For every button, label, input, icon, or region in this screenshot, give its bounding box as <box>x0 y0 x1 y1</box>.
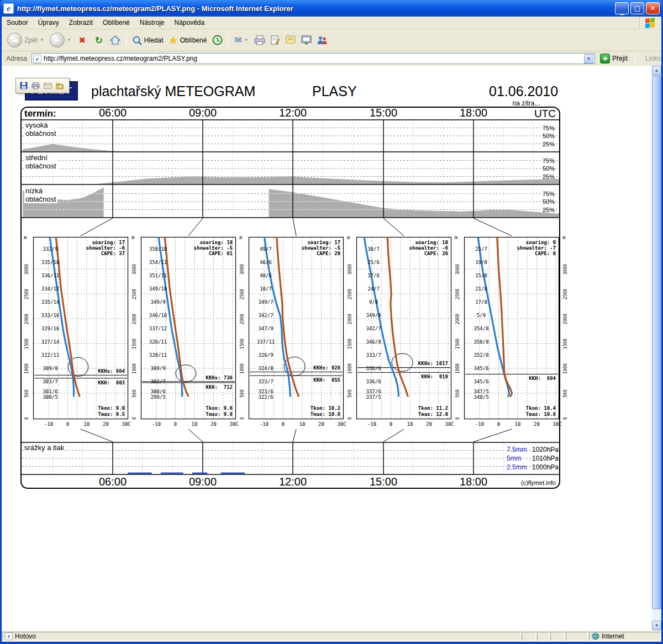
window-inner: SouborÚpravyZobrazitOblíbenéNástrojeNápo… <box>2 17 661 642</box>
wind-value: 337/5 <box>361 394 386 400</box>
wind-value: 326/11 <box>145 339 171 345</box>
soaring-value: soaring: 9 <box>526 240 556 245</box>
go-button[interactable]: Přejít <box>597 53 630 64</box>
time-label-top: 09:00 <box>178 107 228 119</box>
wind-value: 334/12 <box>38 286 63 292</box>
favorites-button[interactable]: ★ Oblíbené <box>167 33 209 47</box>
cape-value: CAPE: 29 <box>317 251 340 256</box>
vertical-scrollbar[interactable]: ▲ ▼ <box>652 66 661 630</box>
y-tick-label: 2500 <box>563 287 568 302</box>
menu-item-5[interactable]: Nástroje <box>135 17 170 28</box>
cape-value: CAPE: 26 <box>424 251 448 256</box>
maximize-button[interactable]: □ <box>630 2 644 14</box>
y-axis-column: m300025002000150010005000 <box>22 237 31 428</box>
menu-item-1[interactable]: Soubor <box>2 17 33 28</box>
x-tick-label: 0 <box>169 421 182 427</box>
menu-item-6[interactable]: Nápověda <box>169 17 209 28</box>
wind-value: 349/9 <box>145 299 171 305</box>
mail-icon: ✉ <box>234 35 241 45</box>
print-image-icon[interactable] <box>31 82 40 89</box>
menu-item-2[interactable]: Úpravy <box>33 17 64 28</box>
kkh-value: KKH: 884 <box>529 376 556 381</box>
address-separator <box>635 53 635 64</box>
connector-line <box>81 429 113 442</box>
connector-line <box>293 429 296 442</box>
open-folder-icon[interactable] <box>56 82 64 89</box>
y-tick-label: 1500 <box>24 337 29 351</box>
history-button[interactable] <box>210 34 225 46</box>
title-bar[interactable]: e http://flymet.meteopress.cz/meteogram2… <box>0 0 663 17</box>
y-tick-label: 2000 <box>132 312 137 326</box>
print-button[interactable] <box>252 34 267 46</box>
wind-value: 323/6 <box>253 389 278 394</box>
messenger-button[interactable] <box>315 34 330 46</box>
toolbar-separator <box>126 33 127 48</box>
x-tick-label: 0 <box>492 421 506 427</box>
address-dropdown-button[interactable]: ▼ <box>584 54 593 64</box>
connector-line <box>473 218 512 236</box>
sounding-panel-06:00: soaring: 17showalter: -6CAPE: 37332/9335… <box>33 237 128 419</box>
wind-value: 336/11 <box>38 273 63 278</box>
menu-item-4[interactable]: Oblíbené <box>98 17 135 28</box>
scroll-up-icon[interactable]: ▲ <box>652 66 661 75</box>
wind-value: 17/8 <box>469 299 494 305</box>
precip-mark <box>192 473 207 474</box>
close-button[interactable]: ✕ <box>646 2 660 14</box>
y-tick-label: 2500 <box>24 287 29 302</box>
y-tick-label: 2000 <box>240 312 245 326</box>
wind-value: 309/8 <box>38 366 63 371</box>
back-button[interactable]: ◄ Zpět ▼ <box>5 31 46 49</box>
y-tick-label: 3000 <box>563 262 568 277</box>
address-input[interactable]: e http://flymet.meteopress.cz/meteogram2… <box>31 53 595 64</box>
y-axis-column: m300025002000150010005000 <box>453 237 462 428</box>
forward-dropdown-icon[interactable]: ▼ <box>67 38 71 43</box>
fullscreen-icon <box>301 35 312 45</box>
x-tick-label: 20 <box>99 421 113 427</box>
page-icon: e <box>33 55 41 63</box>
home-button[interactable] <box>108 34 123 46</box>
scrollbar-thumb[interactable] <box>652 76 661 609</box>
back-label: Zpět <box>24 36 38 44</box>
precip-mark <box>128 473 151 474</box>
back-dropdown-icon[interactable]: ▼ <box>40 38 44 43</box>
cloud-row-label: střední oblačnost <box>24 154 57 170</box>
temperature-curve <box>497 237 512 397</box>
window-title: http://flymet.meteopress.cz/meteogram2/P… <box>17 4 613 13</box>
y-axis-unit: m <box>131 235 134 240</box>
search-button[interactable]: Hledat <box>130 34 166 46</box>
wind-value: 329/16 <box>38 326 63 331</box>
percent-label: 75% <box>535 191 555 197</box>
refresh-button[interactable]: ↻ <box>91 34 107 47</box>
wind-value: 349/10 <box>145 286 171 292</box>
precip-pressure-label: srážky a tlak <box>24 444 64 452</box>
y-tick-label: 500 <box>348 387 352 401</box>
edit-button[interactable] <box>269 34 282 46</box>
sounding-panel-12:00: soaring: 17showalter: -5CAPE: 2949/746/6… <box>249 237 344 419</box>
x-tick-label: 10 <box>296 421 309 427</box>
ie-logo-icon: e <box>3 3 14 14</box>
discuss-button[interactable] <box>283 34 298 46</box>
scroll-down-icon[interactable]: ▼ <box>652 621 661 630</box>
wind-value: 358/10 <box>145 246 171 252</box>
wind-value: 303/7 <box>38 379 63 384</box>
save-icon[interactable] <box>20 82 28 89</box>
stop-button[interactable]: ✖ <box>75 34 90 47</box>
status-message-pane: e Hotovo <box>2 632 520 641</box>
y-tick-label: 2500 <box>455 287 460 302</box>
mail-dropdown-icon[interactable]: ▼ <box>244 38 249 43</box>
stop-icon: ✖ <box>77 35 88 46</box>
low-cloud-area <box>269 189 559 217</box>
legend-hpa: 1010hPa <box>532 455 559 462</box>
menu-item-3[interactable]: Zobrazit <box>64 17 98 28</box>
toolbar-separator <box>228 33 229 48</box>
fullscreen-button[interactable] <box>299 34 314 46</box>
links-label[interactable]: Links <box>645 55 661 62</box>
time-label-bottom: 12:00 <box>268 476 318 488</box>
forward-button[interactable]: ► ▼ <box>48 31 73 49</box>
mail-button[interactable]: ✉ ▼ <box>232 34 250 46</box>
tkon-value: Tkon: 9.0 <box>98 405 125 411</box>
minimize-button[interactable]: _ <box>615 2 629 14</box>
print-icon <box>254 35 265 45</box>
wind-value: 30/7 <box>361 246 386 252</box>
mail-image-icon[interactable] <box>44 83 52 89</box>
